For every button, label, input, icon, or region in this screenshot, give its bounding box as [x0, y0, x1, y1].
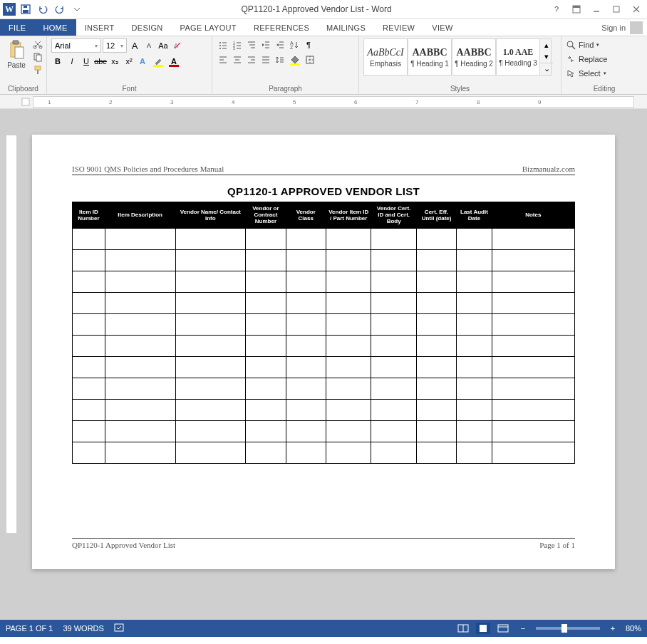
undo-icon[interactable] — [36, 2, 50, 16]
shrink-font-icon[interactable]: A — [143, 39, 155, 52]
table-cell[interactable] — [175, 378, 246, 399]
zoom-in-icon[interactable]: + — [606, 623, 620, 634]
table-cell[interactable] — [371, 356, 416, 378]
style-emphasis[interactable]: AaBbCcI Emphasis — [363, 38, 408, 76]
table-row[interactable] — [73, 378, 575, 399]
table-header-cell[interactable]: Item ID Number — [73, 202, 105, 229]
horizontal-ruler[interactable]: 123456789 — [33, 96, 634, 108]
styles-down-icon[interactable]: ▾ — [540, 51, 553, 62]
decrease-indent-icon[interactable] — [259, 38, 272, 51]
grow-font-icon[interactable]: A — [128, 39, 141, 52]
table-cell[interactable] — [492, 228, 574, 249]
zoom-slider[interactable] — [536, 627, 600, 630]
table-cell[interactable] — [175, 313, 246, 335]
table-cell[interactable] — [326, 335, 371, 356]
table-cell[interactable] — [416, 313, 456, 335]
table-cell[interactable] — [457, 249, 492, 271]
bold-button[interactable]: B — [51, 55, 64, 68]
table-cell[interactable] — [416, 335, 456, 356]
avatar-icon[interactable] — [630, 21, 643, 34]
table-cell[interactable] — [105, 271, 175, 292]
qat-customize-icon[interactable] — [70, 2, 84, 16]
table-cell[interactable] — [371, 271, 416, 292]
table-cell[interactable] — [246, 292, 286, 313]
select-button[interactable]: Select▾ — [566, 67, 643, 80]
replace-button[interactable]: Replace — [566, 53, 643, 66]
table-cell[interactable] — [73, 271, 105, 292]
sort-icon[interactable]: AZ — [288, 38, 301, 51]
table-cell[interactable] — [371, 313, 416, 335]
table-row[interactable] — [73, 442, 575, 463]
table-cell[interactable] — [326, 442, 371, 463]
table-cell[interactable] — [371, 420, 416, 442]
table-cell[interactable] — [73, 442, 105, 463]
table-cell[interactable] — [73, 420, 105, 442]
subscript-button[interactable]: x₂ — [108, 55, 121, 68]
table-cell[interactable] — [457, 335, 492, 356]
table-cell[interactable] — [457, 442, 492, 463]
table-cell[interactable] — [416, 228, 456, 249]
table-cell[interactable] — [492, 271, 574, 292]
table-cell[interactable] — [416, 292, 456, 313]
table-row[interactable] — [73, 399, 575, 420]
vertical-ruler[interactable] — [6, 135, 17, 534]
borders-icon[interactable] — [304, 53, 316, 66]
table-cell[interactable] — [105, 420, 175, 442]
tab-page-layout[interactable]: PAGE LAYOUT — [172, 19, 245, 36]
tab-view[interactable]: VIEW — [423, 19, 461, 36]
table-cell[interactable] — [326, 249, 371, 271]
table-cell[interactable] — [175, 249, 246, 271]
table-cell[interactable] — [492, 292, 574, 313]
table-cell[interactable] — [457, 313, 492, 335]
spellcheck-icon[interactable] — [114, 623, 125, 633]
table-cell[interactable] — [416, 249, 456, 271]
table-cell[interactable] — [286, 335, 326, 356]
table-cell[interactable] — [246, 228, 286, 249]
table-cell[interactable] — [492, 335, 574, 356]
table-cell[interactable] — [416, 420, 456, 442]
table-cell[interactable] — [175, 356, 246, 378]
highlight-color-button[interactable] — [151, 55, 165, 68]
tab-file[interactable]: FILE — [0, 19, 34, 36]
underline-button[interactable]: U — [80, 55, 93, 68]
zoom-out-icon[interactable]: − — [516, 623, 530, 634]
read-mode-icon[interactable] — [456, 623, 470, 634]
table-cell[interactable] — [457, 356, 492, 378]
table-cell[interactable] — [73, 399, 105, 420]
line-spacing-icon[interactable] — [274, 53, 286, 66]
table-header-cell[interactable]: Vendor Name/ Contact Info — [175, 202, 246, 229]
multilevel-list-icon[interactable] — [245, 38, 258, 51]
style-heading-2[interactable]: AABBC ¶ Heading 2 — [452, 38, 496, 76]
show-marks-icon[interactable]: ¶ — [302, 38, 315, 51]
table-cell[interactable] — [326, 420, 371, 442]
bullets-icon[interactable] — [217, 38, 229, 51]
table-cell[interactable] — [246, 442, 286, 463]
table-cell[interactable] — [175, 292, 246, 313]
tab-references[interactable]: REFERENCES — [245, 19, 318, 36]
table-cell[interactable] — [246, 313, 286, 335]
table-cell[interactable] — [105, 399, 175, 420]
table-cell[interactable] — [105, 442, 175, 463]
table-cell[interactable] — [326, 378, 371, 399]
paste-button[interactable]: Paste — [4, 38, 29, 71]
font-color-button[interactable]: A — [167, 55, 181, 68]
table-cell[interactable] — [175, 399, 246, 420]
table-cell[interactable] — [371, 292, 416, 313]
table-cell[interactable] — [326, 271, 371, 292]
table-cell[interactable] — [457, 420, 492, 442]
table-cell[interactable] — [371, 228, 416, 249]
numbering-icon[interactable]: 123 — [231, 38, 244, 51]
table-row[interactable] — [73, 228, 575, 249]
table-header-cell[interactable]: Notes — [492, 202, 574, 229]
table-cell[interactable] — [326, 292, 371, 313]
table-cell[interactable] — [175, 228, 246, 249]
table-cell[interactable] — [73, 228, 105, 249]
zoom-thumb[interactable] — [561, 624, 567, 633]
table-cell[interactable] — [492, 356, 574, 378]
table-cell[interactable] — [73, 249, 105, 271]
table-cell[interactable] — [457, 292, 492, 313]
document-area[interactable]: ISO 9001 QMS Policies and Procedures Man… — [0, 109, 647, 620]
table-cell[interactable] — [492, 420, 574, 442]
table-cell[interactable] — [416, 442, 456, 463]
table-cell[interactable] — [286, 378, 326, 399]
